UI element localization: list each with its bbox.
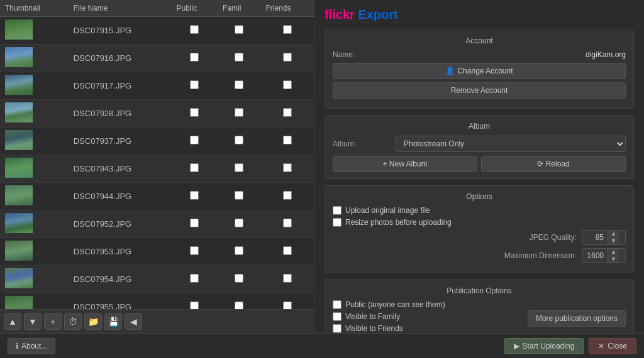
start-uploading-button[interactable]: ▶ Start Uploading [504,338,584,354]
friends-file-checkbox[interactable] [283,80,292,89]
family-cell [218,183,260,210]
name-label: Name: [333,50,396,59]
family-file-checkbox[interactable] [235,25,243,34]
family-file-checkbox[interactable] [235,136,243,144]
album-select[interactable]: Photostream Only [396,136,626,152]
filename-cell: DSC07943.JPG [69,155,172,183]
folder-button[interactable]: 📁 [84,313,102,330]
public-file-checkbox[interactable] [190,301,199,309]
max-dimension-row: Maximum Dimension: 1600 ▲ ▼ [333,248,626,263]
family-cell [218,100,260,127]
col-filename: File Name [69,0,172,17]
publication-section: Publication Options Public (anyone can s… [325,279,634,334]
friends-file-checkbox[interactable] [283,301,292,309]
thumbnail-image [5,19,33,40]
friends-file-checkbox[interactable] [283,53,292,62]
public-file-checkbox[interactable] [190,163,199,172]
jpeg-quality-input[interactable]: 85 [582,231,608,244]
public-cell [171,293,217,310]
family-file-checkbox[interactable] [235,246,243,255]
upload-icon: ▶ [514,342,519,350]
public-file-checkbox[interactable] [190,80,199,89]
thumb-cell [0,238,69,266]
file-toolbar: ▲ ▼ + ⏱ 📁 💾 ◀ [0,309,314,334]
close-button[interactable]: ✕ Close [589,338,636,354]
family-file-checkbox[interactable] [235,274,243,283]
bottom-bar: ℹ About... ▶ Start Uploading ✕ Close [0,334,644,358]
new-album-button[interactable]: + New Album [333,156,477,172]
album-buttons: + New Album ⟳ Reload [333,156,626,172]
thumbnail-image [5,158,33,178]
friends-file-checkbox[interactable] [283,219,292,227]
public-file-checkbox[interactable] [190,246,199,255]
public-file-checkbox[interactable] [190,274,199,283]
resize-label: Resize photos before uploading [345,218,452,227]
jpeg-down-arrow[interactable]: ▼ [608,237,619,244]
friends-file-checkbox[interactable] [283,274,292,283]
jpeg-quality-spinbox: 85 ▲ ▼ [582,230,626,245]
friends-file-checkbox[interactable] [283,163,292,172]
jpeg-quality-row: JPEG Quality: 85 ▲ ▼ [333,230,626,245]
family-file-checkbox[interactable] [235,219,243,227]
thumb-cell [0,155,69,183]
add-button[interactable]: + [44,313,62,330]
account-name-row: Name: digiKam.org [333,50,626,59]
account-name-value: digiKam.org [396,50,626,59]
family-file-checkbox[interactable] [235,191,243,200]
family-file-checkbox[interactable] [235,53,243,62]
friends-cell [260,17,314,45]
public-checkbox[interactable] [333,300,341,309]
friends-checkbox[interactable] [333,324,341,333]
change-account-button[interactable]: 👤 Change Account [333,63,626,79]
friends-file-checkbox[interactable] [283,25,292,34]
friends-file-checkbox[interactable] [283,191,292,200]
table-row: DSC07952.JPG [0,210,314,238]
public-file-checkbox[interactable] [190,25,199,34]
friends-file-checkbox[interactable] [283,108,292,117]
thumb-cell [0,183,69,210]
public-file-checkbox[interactable] [190,136,199,144]
friends-cell [260,127,314,155]
account-section: Account Name: digiKam.org 👤 Change Accou… [325,30,634,109]
move-down-button[interactable]: ▼ [24,313,42,330]
remove-account-button[interactable]: Remove Account [333,82,626,99]
family-cell [218,155,260,183]
more-publication-options-button[interactable]: More publication options [528,310,626,327]
filename-cell: DSC07937.JPG [69,127,172,155]
public-file-checkbox[interactable] [190,219,199,227]
public-row: Public (anyone can see them) [333,300,528,309]
album-row: Album: Photostream Only [333,136,626,152]
dimension-up-arrow[interactable]: ▲ [608,249,619,256]
table-row: DSC07954.JPG [0,266,314,293]
col-friends: Friends [260,0,314,17]
family-file-checkbox[interactable] [235,80,243,89]
public-cell [171,210,217,238]
dimension-down-arrow[interactable]: ▼ [608,256,619,263]
thumbnail-image [5,102,33,122]
friends-file-checkbox[interactable] [283,136,292,144]
public-file-checkbox[interactable] [190,191,199,200]
public-file-checkbox[interactable] [190,108,199,117]
save-button[interactable]: 💾 [104,313,122,330]
max-dimension-input[interactable]: 1600 [582,249,608,262]
about-button[interactable]: ℹ About... [8,338,55,354]
move-up-button[interactable]: ▲ [4,313,21,330]
back-button[interactable]: ◀ [125,313,142,330]
max-dimension-spinbox: 1600 ▲ ▼ [582,248,626,263]
upload-original-checkbox[interactable] [333,206,341,215]
table-row: DSC07928.JPG [0,100,314,127]
album-section: Album Album: Photostream Only + New Albu… [325,115,634,179]
family-checkbox[interactable] [333,312,341,321]
family-cell [218,210,260,238]
family-file-checkbox[interactable] [235,108,243,117]
family-file-checkbox[interactable] [235,163,243,172]
family-file-checkbox[interactable] [235,301,243,309]
filename-cell: DSC07953.JPG [69,238,172,266]
resize-checkbox[interactable] [333,218,341,227]
timer-button[interactable]: ⏱ [64,313,82,330]
table-row: DSC07955.JPG [0,293,314,310]
jpeg-up-arrow[interactable]: ▲ [608,231,619,237]
public-file-checkbox[interactable] [190,53,199,62]
reload-button[interactable]: ⟳ Reload [481,156,626,172]
friends-file-checkbox[interactable] [283,246,292,255]
